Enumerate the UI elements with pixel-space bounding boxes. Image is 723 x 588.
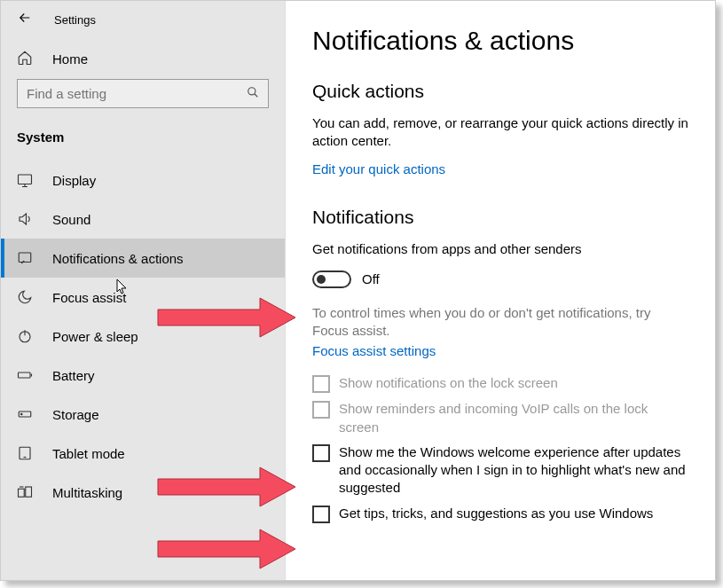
checkbox[interactable]: [312, 444, 330, 462]
sidebar-item-label: Multitasking: [52, 485, 122, 500]
checkbox-lockscreen-voip: Show reminders and incoming VoIP calls o…: [312, 400, 688, 436]
checkbox[interactable]: [312, 506, 330, 523]
notifications-toggle[interactable]: [312, 270, 351, 288]
power-icon: [17, 328, 33, 344]
quick-actions-heading: Quick actions: [312, 81, 688, 102]
sidebar-item-label: Notifications & actions: [52, 251, 184, 266]
focus-assist-link[interactable]: Focus assist settings: [312, 343, 436, 358]
focus-assist-desc: To control times when you do or don't ge…: [312, 304, 688, 341]
home-icon: [17, 50, 33, 68]
notifications-icon: [17, 250, 33, 266]
back-arrow-icon[interactable]: [17, 10, 33, 30]
sound-icon: [17, 211, 33, 227]
notifications-heading: Notifications: [312, 207, 688, 228]
topbar: Settings: [1, 1, 285, 39]
home-label: Home: [52, 51, 88, 67]
sidebar-item-label: Power & sleep: [52, 329, 138, 344]
sidebar-item-multitasking[interactable]: Multitasking: [1, 473, 285, 512]
content-pane: Notifications & actions Quick actions Yo…: [285, 1, 715, 580]
sidebar-item-storage[interactable]: Storage: [1, 395, 285, 434]
tablet-icon: [17, 445, 33, 461]
settings-window: Settings Home System Display: [0, 0, 716, 581]
multitasking-icon: [17, 484, 33, 500]
checkbox-label: Show notifications on the lock screen: [339, 374, 558, 392]
sidebar-item-label: Tablet mode: [52, 446, 125, 461]
sidebar-item-label: Focus assist: [52, 290, 126, 305]
checkbox-label: Show reminders and incoming VoIP calls o…: [339, 400, 688, 436]
page-title: Notifications & actions: [312, 26, 688, 56]
notifications-toggle-desc: Get notifications from apps and other se…: [312, 240, 688, 258]
sidebar-home[interactable]: Home: [1, 39, 285, 79]
moon-icon: [17, 289, 33, 305]
checkbox-welcome-experience[interactable]: Show me the Windows welcome experience a…: [312, 443, 688, 498]
quick-actions-desc: You can add, remove, or rearrange your q…: [312, 114, 688, 151]
search-container: [1, 79, 285, 119]
edit-quick-actions-link[interactable]: Edit your quick actions: [312, 161, 445, 176]
sidebar-item-battery[interactable]: Battery: [1, 356, 285, 395]
search-box[interactable]: [17, 79, 269, 108]
sidebar-item-power[interactable]: Power & sleep: [1, 317, 285, 356]
svg-rect-1: [19, 175, 32, 184]
sidebar-item-focus-assist[interactable]: Focus assist: [1, 278, 285, 317]
svg-rect-8: [19, 489, 25, 497]
sidebar-item-notifications[interactable]: Notifications & actions: [1, 239, 285, 278]
checkbox-label: Get tips, tricks, and suggestions as you…: [339, 505, 653, 522]
sidebar-item-label: Display: [52, 173, 96, 188]
window-title: Settings: [54, 13, 96, 27]
notifications-toggle-state: Off: [362, 271, 380, 286]
storage-icon: [17, 406, 33, 422]
sidebar-item-label: Sound: [52, 212, 90, 227]
svg-rect-2: [19, 253, 31, 263]
category-label: System: [1, 119, 285, 161]
battery-icon: [17, 367, 33, 383]
svg-rect-4: [19, 372, 31, 378]
svg-point-6: [21, 413, 23, 415]
notifications-toggle-row: Off: [312, 270, 688, 288]
nav-list: Display Sound Notifications & actions Fo…: [1, 161, 285, 512]
search-icon: [247, 86, 259, 101]
checkbox: [312, 401, 330, 419]
svg-point-0: [248, 88, 255, 95]
checkbox-lockscreen-notifications: Show notifications on the lock screen: [312, 374, 688, 393]
checkbox: [312, 375, 330, 393]
svg-rect-9: [26, 487, 32, 497]
sidebar-item-display[interactable]: Display: [1, 161, 285, 200]
sidebar-item-tablet[interactable]: Tablet mode: [1, 434, 285, 473]
search-input[interactable]: [27, 86, 247, 101]
sidebar-item-label: Battery: [52, 368, 95, 383]
checkbox-label: Show me the Windows welcome experience a…: [339, 443, 688, 498]
display-icon: [17, 172, 33, 188]
checkbox-tips-tricks[interactable]: Get tips, tricks, and suggestions as you…: [312, 505, 688, 523]
sidebar: Settings Home System Display: [1, 1, 285, 580]
sidebar-item-sound[interactable]: Sound: [1, 200, 285, 239]
sidebar-item-label: Storage: [52, 407, 99, 422]
